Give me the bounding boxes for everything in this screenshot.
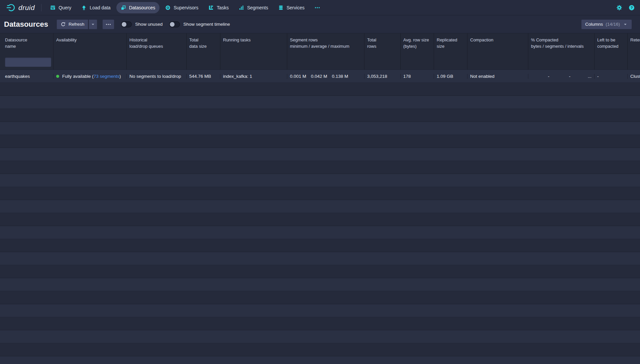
nav-right-icons: ? bbox=[616, 5, 635, 11]
cell-replicated-size: 1.09 GB bbox=[434, 74, 467, 79]
segment-rows-min: 0.001 M bbox=[290, 74, 306, 79]
filter-cell bbox=[187, 54, 220, 69]
show-unused-toggle[interactable]: Show unused bbox=[121, 21, 163, 27]
nav-item-more[interactable] bbox=[310, 2, 324, 13]
segment-rows-avg: 0.042 M bbox=[311, 74, 327, 79]
column-header-line: rows bbox=[367, 43, 400, 49]
filter-cell bbox=[127, 54, 187, 69]
empty-table-row bbox=[0, 135, 640, 148]
nav-item-label: Query bbox=[59, 5, 71, 10]
empty-table-row bbox=[0, 343, 640, 356]
column-header-retention[interactable]: Retention bbox=[628, 33, 640, 54]
empty-table-row bbox=[0, 213, 640, 226]
column-header-line: Total bbox=[189, 37, 220, 43]
cell-total-rows: 3,053,218 bbox=[364, 74, 401, 79]
view-header: Datasources Refresh Show unused Show seg… bbox=[0, 15, 640, 33]
empty-table-row bbox=[0, 278, 640, 291]
table-filter-row bbox=[0, 54, 640, 70]
datasources-icon bbox=[121, 5, 126, 10]
nav-divider bbox=[41, 4, 41, 11]
filter-cell bbox=[467, 54, 528, 69]
nav-item-load-data[interactable]: Load data bbox=[77, 2, 115, 13]
empty-table-row bbox=[0, 356, 640, 364]
column-header-line: data size bbox=[189, 43, 220, 49]
column-header-line: Retention bbox=[630, 37, 640, 43]
column-header-historical-load-drop-queues[interactable]: Historicalload/drop queues bbox=[127, 33, 187, 54]
druid-logo[interactable]: druid bbox=[4, 3, 37, 13]
column-header-line: Compaction bbox=[470, 37, 528, 43]
column-header-left-to-be-compacted[interactable]: Left to becompacted bbox=[595, 33, 628, 54]
status-dot bbox=[56, 75, 59, 78]
show-segment-timeline-label: Show segment timeline bbox=[183, 22, 230, 27]
column-header-line: % Compacted bbox=[531, 37, 594, 43]
cell-running-tasks: index_kafka: 1 bbox=[220, 74, 287, 79]
columns-count: (14/16) bbox=[606, 22, 620, 27]
nav-item-tasks[interactable]: Tasks bbox=[204, 2, 233, 13]
column-header-segment-rows-minimum-average-maximum[interactable]: Segment rowsminimum / average / maximum bbox=[287, 33, 364, 54]
druid-swirl-icon bbox=[6, 3, 16, 13]
refresh-interval-dropdown[interactable] bbox=[88, 19, 97, 29]
nav-item-query[interactable]: Query bbox=[46, 2, 76, 13]
more-actions-button[interactable] bbox=[102, 19, 114, 29]
table-row[interactable]: earthquakes Fully available ( 73 segment… bbox=[0, 70, 640, 83]
column-header-running-tasks[interactable]: Running tasks bbox=[220, 33, 287, 54]
help-icon[interactable]: ? bbox=[629, 5, 635, 11]
column-header-avg-row-size-bytes-[interactable]: Avg. row size(bytes) bbox=[401, 33, 434, 54]
column-header-line: Running tasks bbox=[223, 37, 287, 43]
column-header-line: bytes / segments / intervals bbox=[531, 43, 594, 49]
column-header--compacted-bytes-segments-intervals[interactable]: % Compactedbytes / segments / intervals bbox=[528, 33, 595, 54]
chevron-down-icon bbox=[623, 22, 628, 27]
nav-item-services[interactable]: Services bbox=[274, 2, 309, 13]
filter-cell bbox=[434, 54, 467, 69]
nav-item-datasources[interactable]: Datasources bbox=[116, 2, 160, 13]
column-header-line: (bytes) bbox=[403, 43, 434, 49]
column-header-total-data-size[interactable]: Totaldata size bbox=[187, 33, 220, 54]
filter-cell bbox=[595, 54, 628, 69]
filter-cell bbox=[364, 54, 401, 69]
filter-cell bbox=[528, 54, 595, 69]
column-header-line: minimum / average / maximum bbox=[290, 43, 364, 49]
more-icon bbox=[315, 5, 320, 10]
empty-table-row bbox=[0, 200, 640, 213]
empty-table-row bbox=[0, 109, 640, 122]
segments-link[interactable]: 73 segments bbox=[94, 74, 119, 79]
column-header-line: Availability bbox=[56, 37, 126, 43]
column-header-line: Segment rows bbox=[290, 37, 364, 43]
filter-cell bbox=[401, 54, 434, 69]
nav-item-label: Tasks bbox=[217, 5, 229, 10]
empty-table-row bbox=[0, 148, 640, 161]
empty-table-row bbox=[0, 304, 640, 317]
nav-item-supervisors[interactable]: Supervisors bbox=[161, 2, 203, 13]
cell-compaction: Not enabled bbox=[467, 74, 528, 79]
filter-cell bbox=[0, 54, 54, 69]
cell-datasource-name[interactable]: earthquakes bbox=[0, 74, 54, 79]
nav-item-label: Datasources bbox=[129, 5, 155, 10]
more-icon bbox=[106, 22, 111, 27]
cell-load-drop: No segments to load/drop bbox=[127, 74, 187, 79]
column-header-datasource-name[interactable]: Datasourcename bbox=[0, 33, 54, 54]
query-icon bbox=[50, 5, 56, 10]
settings-gear-icon[interactable] bbox=[616, 5, 622, 11]
column-header-total-rows[interactable]: Totalrows bbox=[364, 33, 401, 54]
column-header-line: compacted bbox=[597, 43, 627, 49]
refresh-icon bbox=[61, 22, 66, 27]
empty-table-row bbox=[0, 265, 640, 278]
nav-item-segments[interactable]: Segments bbox=[234, 2, 273, 13]
segments-icon bbox=[239, 5, 244, 10]
nav-item-label: Load data bbox=[90, 5, 110, 10]
filter-cell bbox=[287, 54, 364, 69]
refresh-button[interactable]: Refresh bbox=[57, 19, 88, 29]
columns-button[interactable]: Columns (14/16) bbox=[581, 19, 632, 29]
refresh-split-button: Refresh bbox=[57, 19, 97, 29]
column-header-availability[interactable]: Availability bbox=[54, 33, 127, 54]
filter-cell bbox=[54, 54, 127, 69]
column-header-line: Historical bbox=[129, 37, 186, 43]
show-segment-timeline-toggle[interactable]: Show segment timeline bbox=[169, 21, 230, 27]
datasource-name-filter-input[interactable] bbox=[5, 57, 51, 67]
column-header-replicated-size[interactable]: Replicatedsize bbox=[434, 33, 467, 54]
cell-retention[interactable]: Cluster default bbox=[628, 74, 640, 79]
column-header-compaction[interactable]: Compaction bbox=[467, 33, 528, 54]
tasks-icon bbox=[208, 5, 214, 10]
availability-suffix: ) bbox=[119, 74, 121, 79]
table-header-row: DatasourcenameAvailabilityHistoricalload… bbox=[0, 33, 640, 54]
